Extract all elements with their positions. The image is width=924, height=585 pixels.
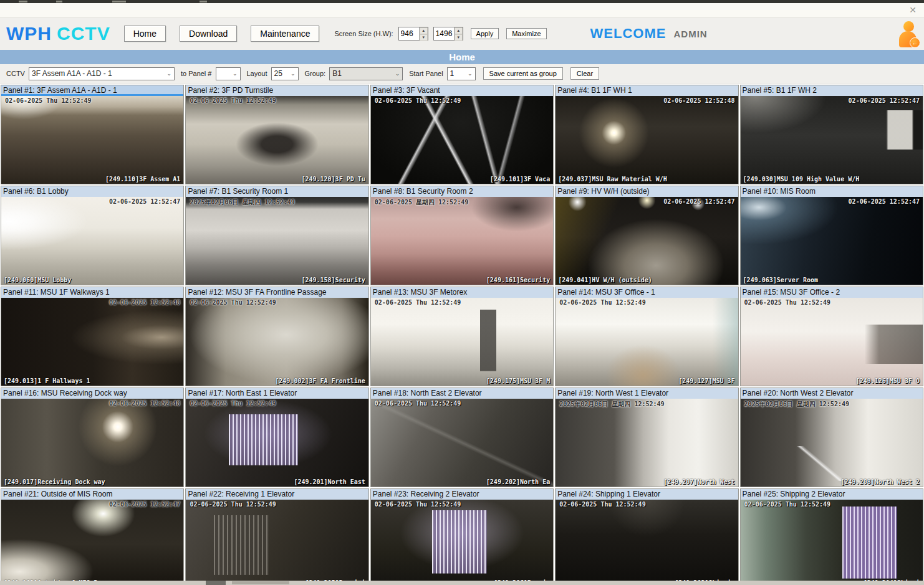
camera-feed[interactable]: 02-06-2025 Thu 12:52:49[249.002]3F FA Fr… xyxy=(186,298,368,386)
panel-title[interactable]: Panel #22: Receiving 1 Elevator xyxy=(186,489,368,500)
cctv-app-window: ✕ WPHCCTV Home Download Maintenance Scre… xyxy=(0,0,924,585)
camera-feed[interactable]: 02-06-2025 Thu 12:52:49[249.120]3F PD Tu xyxy=(186,96,368,184)
camera-id-overlay: [249.120]3F PD Tu xyxy=(301,176,365,183)
timestamp-overlay: 02-06-2025 Thu 12:52:49 xyxy=(190,299,276,306)
camera-feed[interactable]: 02-06-2025 12:52:47[249.063]Server Room xyxy=(741,197,923,285)
spin-down-icon[interactable]: ▼ xyxy=(455,34,463,41)
camera-panel: Panel #20: North West 2 Elevator2025年02月… xyxy=(740,388,923,487)
spin-up-icon[interactable]: ▲ xyxy=(455,27,463,34)
panel-title[interactable]: Panel #9: HV W/H (outside) xyxy=(556,186,738,197)
screen-height-stepper[interactable]: ▲ ▼ xyxy=(398,27,428,40)
camera-feed[interactable]: 02-06-2025 12:52:48[249.017]Receiving Do… xyxy=(1,399,183,487)
camera-feed[interactable]: 02-06-2025 星期四 12:52:49[249.161]Security xyxy=(371,197,553,285)
group-select-value: B1 xyxy=(332,69,342,78)
screen-width-stepper[interactable]: ▲ ▼ xyxy=(433,27,463,40)
clear-button[interactable]: Clear xyxy=(570,67,599,80)
panel-title[interactable]: Panel #11: MSU 1F Walkways 1 xyxy=(1,287,183,298)
panel-title[interactable]: Panel #15: MSU 3F Office - 2 xyxy=(741,287,923,298)
panel-title[interactable]: Panel #17: North East 1 Elevator xyxy=(186,388,368,399)
camera-feed[interactable]: 02-06-2025 Thu 12:52:49[249.202]North Ea xyxy=(371,399,553,487)
close-icon[interactable]: ✕ xyxy=(909,5,917,15)
timestamp-overlay: 02-06-2025 Thu 12:52:49 xyxy=(375,97,461,104)
camera-feed[interactable]: 02-06-2025 Thu 12:52:49[249.206]Receiv xyxy=(371,500,553,585)
camera-panel: Panel #1: 3F Assem A1A - A1D - 102-06-20… xyxy=(1,85,184,184)
chevron-down-icon: ⌄ xyxy=(395,70,400,77)
panel-title[interactable]: Panel #3: 3F Vacant xyxy=(371,85,553,96)
panel-title[interactable]: Panel #14: MSU 3F Office - 1 xyxy=(556,287,738,298)
camera-feed[interactable]: 02-06-2025 Thu 12:52:49[249.205]Receivi xyxy=(186,500,368,585)
layout-select[interactable]: 25⌄ xyxy=(271,67,299,80)
maximize-button[interactable]: Maximize xyxy=(506,28,546,39)
panel-title[interactable]: Panel #2: 3F PD Turnstile xyxy=(186,85,368,96)
to-panel-select[interactable]: ⌄ xyxy=(216,67,241,80)
camera-id-overlay: [249.030]MSU 109 High Value W/H xyxy=(743,176,860,183)
camera-feed[interactable]: 02-06-2025 Thu 12:52:49[249.101]3F Vaca xyxy=(371,96,553,184)
camera-feed[interactable]: 02-06-2025 12:52:47[249.041]HV W/H (outs… xyxy=(556,197,738,285)
camera-feed[interactable]: 02-06-2025 Thu 12:52:49[249.175]MSU 3F M xyxy=(371,298,553,386)
panel-title[interactable]: Panel #6: B1 Lobby xyxy=(1,186,183,197)
spin-down-icon[interactable]: ▼ xyxy=(420,34,428,41)
panel-title[interactable]: Panel #4: B1 1F WH 1 xyxy=(556,85,738,96)
panel-title[interactable]: Panel #25: Shipping 2 Elevator xyxy=(741,489,923,500)
spin-up-icon[interactable]: ▲ xyxy=(420,27,428,34)
panel-title[interactable]: Panel #12: MSU 3F FA Frontline Passage xyxy=(186,287,368,298)
scrollbar-thumb[interactable] xyxy=(206,581,226,585)
camera-id-overlay: [249.002]3F FA Frontline xyxy=(275,378,365,384)
camera-panel: Panel #16: MSU Receiving Dock way02-06-2… xyxy=(1,388,184,487)
camera-feed[interactable]: 02-06-2025 12:52:48[249.037]MSU Raw Mate… xyxy=(556,96,738,184)
panel-title[interactable]: Panel #21: Outside of MIS Room xyxy=(1,489,183,500)
group-select[interactable]: B1⌄ xyxy=(329,67,403,80)
panel-title[interactable]: Panel #16: MSU Receiving Dock way xyxy=(1,388,183,399)
screen-width-input[interactable] xyxy=(434,27,454,40)
camera-id-overlay: [249.041]HV W/H (outside) xyxy=(558,277,652,283)
camera-feed[interactable]: 02-06-2025 12:52:48[249.013]1 F Hallways… xyxy=(1,298,183,386)
timestamp-overlay: 02-06-2025 星期四 12:52:49 xyxy=(375,198,468,207)
camera-id-overlay: [249.013]1 F Hallways 1 xyxy=(4,378,90,384)
camera-panel: Panel #19: North West 1 Elevator2025年02月… xyxy=(555,388,738,487)
panel-title[interactable]: Panel #19: North West 1 Elevator xyxy=(556,388,738,399)
camera-feed[interactable]: 02-06-2025 12:52:47[249.060]MSU Lobby xyxy=(1,197,183,285)
camera-feed[interactable]: 02-06-2025 Thu 12:52:49[249.126]MSU 3F O xyxy=(741,298,923,386)
apply-button[interactable]: Apply xyxy=(471,28,499,39)
timestamp-overlay: 02-06-2025 Thu 12:52:49 xyxy=(5,97,91,104)
save-group-button[interactable]: Save current as group xyxy=(483,67,563,80)
timestamp-overlay: 02-06-2025 12:52:47 xyxy=(663,198,734,205)
camera-panel: Panel #10: MIS Room02-06-2025 12:52:47[2… xyxy=(740,186,923,285)
camera-feed[interactable]: 02-06-2025 12:52:47[249.062]Outside of M… xyxy=(1,500,183,585)
home-button[interactable]: Home xyxy=(124,26,166,42)
camera-feed[interactable]: 02-06-2025 12:52:47[249.030]MSU 109 High… xyxy=(741,96,923,184)
camera-feed[interactable]: 02-06-2025 Thu 12:52:49[249.127]MSU 3F xyxy=(556,298,738,386)
panel-title[interactable]: Panel #7: B1 Security Room 1 xyxy=(186,186,368,197)
camera-feed[interactable]: 02-06-2025 Thu 12:52:49[249.204]Shippi xyxy=(741,500,923,585)
panel-title[interactable]: Panel #13: MSU 3F Metorex xyxy=(371,287,553,298)
panel-title[interactable]: Panel #10: MIS Room xyxy=(741,186,923,197)
panel-title[interactable]: Panel #20: North West 2 Elevator xyxy=(741,388,923,399)
panel-title[interactable]: Panel #1: 3F Assem A1A - A1D - 1 xyxy=(1,85,183,96)
timestamp-overlay: 02-06-2025 Thu 12:52:49 xyxy=(190,400,276,407)
logout-user-icon[interactable]: ← xyxy=(898,21,919,47)
bottom-scrollbar[interactable] xyxy=(0,581,924,585)
camera-feed[interactable]: 02-06-2025 Thu 12:52:49[249.201]North Ea… xyxy=(186,399,368,487)
timestamp-overlay: 02-06-2025 Thu 12:52:49 xyxy=(190,501,276,508)
timestamp-overlay: 02-06-2025 Thu 12:52:49 xyxy=(559,299,645,306)
panel-title[interactable]: Panel #18: North East 2 Elevator xyxy=(371,388,553,399)
screen-height-input[interactable] xyxy=(399,27,419,40)
timestamp-overlay: 02-06-2025 Thu 12:52:49 xyxy=(375,501,461,508)
camera-feed[interactable]: 02-06-2025 Thu 12:52:49[249.203]Shippin xyxy=(556,500,738,585)
cctv-select-value: 3F Assem A1A - A1D - 1 xyxy=(32,69,112,78)
panel-title[interactable]: Panel #5: B1 1F WH 2 xyxy=(741,85,923,96)
camera-feed[interactable]: 02-06-2025 Thu 12:52:49[249.110]3F Assem… xyxy=(1,96,183,184)
camera-feed[interactable]: 2025年02月06日 星期四 12:52:49[249.208]North W… xyxy=(741,399,923,487)
panel-title[interactable]: Panel #23: Receiving 2 Elevator xyxy=(371,489,553,500)
cctv-select[interactable]: 3F Assem A1A - A1D - 1⌄ xyxy=(29,67,175,80)
camera-id-overlay: [249.101]3F Vaca xyxy=(490,176,550,183)
maintenance-button[interactable]: Maintenance xyxy=(251,26,319,42)
logo-cctv: CCTV xyxy=(57,23,110,44)
panel-title[interactable]: Panel #24: Shipping 1 Elevator xyxy=(556,489,738,500)
download-button[interactable]: Download xyxy=(180,26,237,42)
camera-id-overlay: [249.175]MSU 3F M xyxy=(486,378,550,384)
camera-feed[interactable]: 2025年02月06日 星期四 12:52:49[249.207]North W… xyxy=(556,399,738,487)
camera-feed[interactable]: 2025年02月06日 星期四 12:52:49[249.158]Securit… xyxy=(186,197,368,285)
start-panel-select[interactable]: 1⌄ xyxy=(447,67,476,80)
panel-title[interactable]: Panel #8: B1 Security Room 2 xyxy=(371,186,553,197)
